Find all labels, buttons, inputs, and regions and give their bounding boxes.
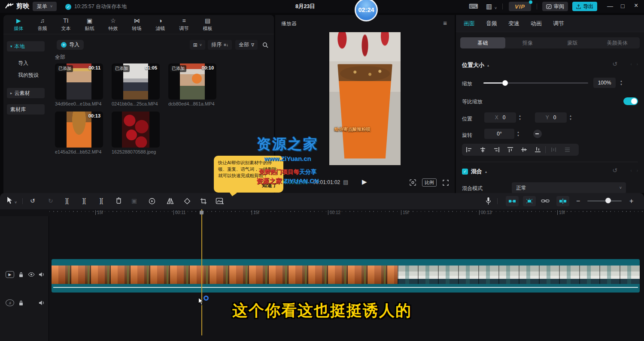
zoom-in-button[interactable]: +	[629, 197, 633, 205]
stepper-up-icon[interactable]: ▴	[570, 114, 571, 118]
video-clip[interactable]	[52, 259, 640, 293]
tab-media[interactable]: ▶媒体	[7, 15, 30, 34]
stepper-down-icon[interactable]: ▾	[519, 118, 521, 121]
stepper-up-icon[interactable]: ▴	[517, 130, 519, 134]
link-button[interactable]	[541, 199, 550, 203]
filter-button[interactable]: 全部∇	[235, 40, 258, 50]
sidebar-item-cloud[interactable]: ▸云素材	[7, 88, 45, 98]
tab-transition[interactable]: ⋈转场	[125, 15, 149, 34]
search-button[interactable]	[260, 40, 270, 50]
record-voiceover-icon[interactable]	[485, 197, 492, 205]
align-center-v-button[interactable]	[517, 147, 531, 153]
scale-value-field[interactable]: 100%	[593, 78, 616, 88]
position-y-field[interactable]: Y0	[535, 112, 567, 123]
tab-audio-props[interactable]: 音频	[486, 20, 497, 27]
section-blend[interactable]: ✓ 混合 ▴	[462, 168, 487, 175]
import-button[interactable]: + 导入	[57, 40, 84, 50]
layout-icon[interactable]: ▥	[486, 3, 492, 10]
align-right-button[interactable]	[489, 147, 503, 153]
sort-button[interactable]: 排序≡↓	[208, 40, 232, 50]
media-thumbnail[interactable]: 已添加 00:10	[168, 63, 216, 100]
close-button[interactable]: ×	[634, 2, 638, 9]
media-thumbnail[interactable]: 已添加 00:11	[55, 63, 103, 100]
scale-stepper[interactable]: ▴▾	[618, 78, 624, 88]
preview-quality-icon[interactable]	[410, 179, 416, 186]
preview-axis-button[interactable]	[556, 196, 569, 206]
blend-checkbox[interactable]: ✓	[462, 169, 468, 175]
keyframe-nav-icons[interactable]: ‹ ›	[631, 62, 640, 66]
section-position-size[interactable]: 位置大小 ▴	[462, 61, 489, 69]
uniform-scale-toggle[interactable]	[623, 97, 638, 105]
stepper-up-icon[interactable]: ▴	[620, 79, 622, 83]
align-left-button[interactable]	[462, 147, 476, 153]
export-button[interactable]: 导出	[572, 2, 597, 11]
player-menu-icon[interactable]: ≡	[443, 19, 447, 27]
rotate-stepper[interactable]: ▴▾	[515, 129, 521, 139]
tab-filter[interactable]: ◑滤镜	[149, 15, 172, 34]
sidebar-item-library[interactable]: 素材库	[7, 104, 45, 115]
tab-animation[interactable]: 动画	[531, 20, 542, 27]
review-button[interactable]: 审阅	[542, 2, 568, 11]
sidebar-item-local[interactable]: ▾本地	[7, 41, 45, 51]
timeline-zoom-knob[interactable]	[605, 198, 611, 203]
timeline-ruler[interactable]: 15f 00:11 15f 00:12 15f 00:13 15f	[49, 209, 644, 216]
tab-template[interactable]: ▤模板	[196, 15, 219, 34]
tab-effects[interactable]: ☆特效	[101, 15, 125, 34]
timeline[interactable]: 15f 00:11 15f 00:12 15f 00:13 15f ▶ ♫	[0, 209, 644, 341]
position-x-field[interactable]: X0	[484, 112, 516, 123]
split-button[interactable]: ][	[65, 197, 69, 205]
mirror-button[interactable]	[167, 198, 174, 204]
media-thumbnail[interactable]	[112, 112, 160, 148]
align-center-h-button[interactable]	[476, 147, 489, 153]
media-item[interactable]: 1625288070588.jpeg	[112, 112, 160, 154]
media-thumbnail[interactable]: 已添加 01:05	[112, 63, 160, 100]
position-y-stepper[interactable]: ▴▾	[568, 112, 574, 123]
scale-slider[interactable]	[483, 82, 588, 84]
reverse-button[interactable]	[149, 198, 155, 205]
crop-button[interactable]	[200, 198, 207, 205]
media-thumbnail[interactable]: 00:13	[55, 112, 103, 148]
tab-picture[interactable]: 画面	[464, 20, 475, 27]
video-preview[interactable]: 给你寄点酸辣粉呗	[329, 32, 401, 165]
align-top-button[interactable]	[503, 147, 517, 153]
tab-adjust-props[interactable]: 调节	[553, 20, 564, 27]
play-button[interactable]: ▶	[362, 178, 367, 186]
rotate-button[interactable]	[184, 198, 191, 205]
stepper-down-icon[interactable]: ▾	[517, 134, 519, 137]
split-left-button[interactable]: ][	[82, 197, 86, 205]
tab-adjust[interactable]: ≡调节	[172, 15, 196, 34]
tooltip-ok-button[interactable]: 知道了	[262, 182, 277, 189]
select-tool-icon[interactable]	[7, 197, 12, 204]
split-right-button[interactable]: ][	[100, 197, 103, 205]
keyframe-nav-icons[interactable]: ‹ ›	[631, 168, 640, 173]
media-item[interactable]: 00:13 e145a26d...bb52.MP4	[55, 112, 103, 154]
layout-caret-icon[interactable]: ˅	[495, 4, 497, 12]
stepper-down-icon[interactable]: ▾	[620, 83, 622, 86]
slider-knob[interactable]	[502, 80, 508, 86]
stepper-down-icon[interactable]: ▾	[570, 118, 571, 121]
blend-mode-select[interactable]: 正常 ˅	[512, 182, 626, 193]
vip-badge[interactable]: VIP	[509, 2, 531, 11]
tab-text[interactable]: TI文本	[54, 15, 78, 34]
reset-icon[interactable]: ↺	[612, 60, 617, 67]
select-tool-caret-icon[interactable]: ˅	[15, 199, 17, 206]
timeline-zoom-slider[interactable]	[587, 200, 622, 202]
minimize-button[interactable]: —	[607, 3, 613, 9]
rotate-value-field[interactable]: 0°	[484, 129, 514, 139]
stepper-up-icon[interactable]: ▴	[519, 114, 521, 118]
restore-button[interactable]: □	[621, 3, 624, 9]
playhead[interactable]	[201, 209, 202, 335]
sidebar-item-presets[interactable]: 我的预设	[7, 70, 45, 80]
magnetic-snap-button[interactable]	[523, 196, 536, 206]
tab-audio[interactable]: ♫音频	[30, 15, 54, 34]
zoom-out-button[interactable]: −	[576, 197, 580, 205]
reset-icon[interactable]: ↺	[612, 167, 617, 174]
rotate-knob[interactable]	[533, 130, 542, 138]
frame-list-icon[interactable]: ▤	[343, 179, 349, 185]
subtab-basic[interactable]: 基础	[460, 37, 505, 48]
position-x-stepper[interactable]: ▴▾	[517, 112, 523, 123]
tab-sticker[interactable]: ▣贴纸	[78, 15, 101, 34]
ai-smart-tool-icon[interactable]	[216, 197, 224, 205]
tab-speed[interactable]: 变速	[508, 20, 519, 27]
ratio-button[interactable]: 比例	[422, 178, 437, 187]
